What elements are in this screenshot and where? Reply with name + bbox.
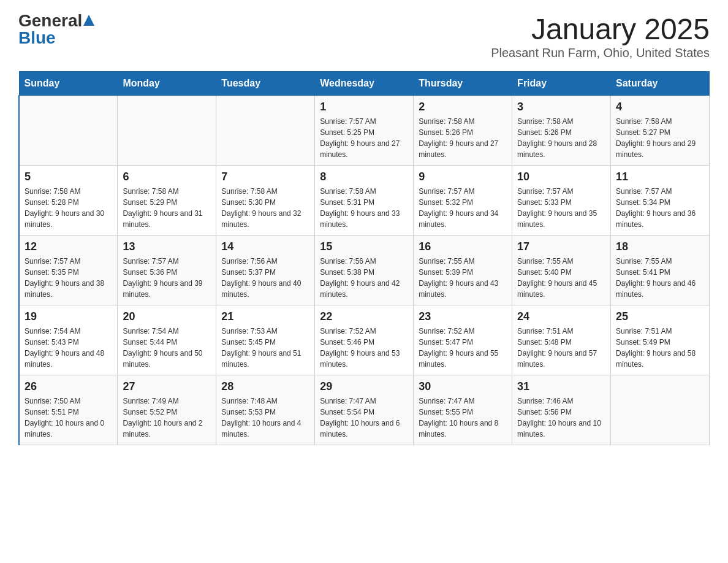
day-number: 21 (221, 310, 309, 323)
calendar-day-cell: 6Sunrise: 7:58 AMSunset: 5:29 PMDaylight… (118, 166, 216, 236)
calendar-day-cell: 8Sunrise: 7:58 AMSunset: 5:31 PMDaylight… (315, 166, 414, 236)
calendar-day-cell: 27Sunrise: 7:49 AMSunset: 5:52 PMDayligh… (118, 375, 216, 445)
calendar-body: 1Sunrise: 7:57 AMSunset: 5:25 PMDaylight… (19, 96, 710, 445)
logo: General Blue (18, 12, 94, 47)
day-number: 17 (517, 240, 605, 253)
day-info: Sunrise: 7:55 AMSunset: 5:41 PMDaylight:… (616, 256, 704, 300)
day-info: Sunrise: 7:50 AMSunset: 5:51 PMDaylight:… (25, 396, 112, 440)
calendar-day-cell (611, 375, 710, 445)
day-info: Sunrise: 7:58 AMSunset: 5:31 PMDaylight:… (320, 186, 408, 230)
calendar-day-cell: 29Sunrise: 7:47 AMSunset: 5:54 PMDayligh… (315, 375, 414, 445)
day-info: Sunrise: 7:52 AMSunset: 5:46 PMDaylight:… (320, 326, 408, 370)
day-of-week-header: Saturday (611, 72, 710, 96)
day-info: Sunrise: 7:57 AMSunset: 5:34 PMDaylight:… (616, 186, 704, 230)
logo-blue-text: Blue (18, 28, 56, 47)
day-number: 14 (221, 240, 309, 253)
day-info: Sunrise: 7:57 AMSunset: 5:35 PMDaylight:… (25, 256, 112, 300)
calendar-day-cell: 7Sunrise: 7:58 AMSunset: 5:30 PMDaylight… (216, 166, 315, 236)
location-title: Pleasant Run Farm, Ohio, United States (491, 46, 710, 60)
day-number: 30 (419, 380, 507, 393)
day-number: 20 (123, 310, 211, 323)
day-number: 11 (616, 170, 704, 183)
day-info: Sunrise: 7:58 AMSunset: 5:27 PMDaylight:… (616, 116, 704, 160)
day-info: Sunrise: 7:54 AMSunset: 5:44 PMDaylight:… (123, 326, 211, 370)
calendar-day-cell: 16Sunrise: 7:55 AMSunset: 5:39 PMDayligh… (414, 236, 512, 305)
calendar-day-cell: 23Sunrise: 7:52 AMSunset: 5:47 PMDayligh… (414, 305, 512, 375)
calendar-day-cell (118, 96, 216, 166)
day-info: Sunrise: 7:46 AMSunset: 5:56 PMDaylight:… (517, 396, 605, 440)
day-of-week-header: Friday (512, 72, 611, 96)
page-header: General Blue January 2025 Pleasant Run F… (18, 12, 710, 60)
day-info: Sunrise: 7:55 AMSunset: 5:40 PMDaylight:… (517, 256, 605, 300)
day-of-week-header: Thursday (414, 72, 512, 96)
calendar-day-cell: 14Sunrise: 7:56 AMSunset: 5:37 PMDayligh… (216, 236, 315, 305)
day-info: Sunrise: 7:57 AMSunset: 5:32 PMDaylight:… (419, 186, 507, 230)
logo-general-text: General (18, 12, 82, 29)
day-info: Sunrise: 7:58 AMSunset: 5:26 PMDaylight:… (419, 116, 507, 160)
day-number: 18 (616, 240, 704, 253)
calendar-day-cell: 5Sunrise: 7:58 AMSunset: 5:28 PMDaylight… (19, 166, 118, 236)
calendar-day-cell: 31Sunrise: 7:46 AMSunset: 5:56 PMDayligh… (512, 375, 611, 445)
day-of-week-header: Wednesday (315, 72, 414, 96)
day-number: 26 (25, 380, 112, 393)
day-info: Sunrise: 7:58 AMSunset: 5:28 PMDaylight:… (25, 186, 112, 230)
calendar-day-cell: 2Sunrise: 7:58 AMSunset: 5:26 PMDaylight… (414, 96, 512, 166)
day-info: Sunrise: 7:56 AMSunset: 5:37 PMDaylight:… (221, 256, 309, 300)
calendar-day-cell: 4Sunrise: 7:58 AMSunset: 5:27 PMDaylight… (611, 96, 710, 166)
calendar-day-cell: 9Sunrise: 7:57 AMSunset: 5:32 PMDaylight… (414, 166, 512, 236)
day-number: 15 (320, 240, 408, 253)
day-info: Sunrise: 7:47 AMSunset: 5:54 PMDaylight:… (320, 396, 408, 440)
day-info: Sunrise: 7:47 AMSunset: 5:55 PMDaylight:… (419, 396, 507, 440)
logo-triangle-icon (83, 15, 94, 26)
day-number: 16 (419, 240, 507, 253)
day-number: 3 (517, 101, 605, 113)
calendar-day-cell: 3Sunrise: 7:58 AMSunset: 5:26 PMDaylight… (512, 96, 611, 166)
day-info: Sunrise: 7:58 AMSunset: 5:30 PMDaylight:… (221, 186, 309, 230)
calendar-day-cell: 26Sunrise: 7:50 AMSunset: 5:51 PMDayligh… (19, 375, 118, 445)
calendar-week-row: 12Sunrise: 7:57 AMSunset: 5:35 PMDayligh… (19, 236, 710, 305)
day-number: 13 (123, 240, 211, 253)
calendar-day-cell: 18Sunrise: 7:55 AMSunset: 5:41 PMDayligh… (611, 236, 710, 305)
calendar-day-cell (216, 96, 315, 166)
calendar-week-row: 5Sunrise: 7:58 AMSunset: 5:28 PMDaylight… (19, 166, 710, 236)
day-number: 22 (320, 310, 408, 323)
calendar-day-cell: 19Sunrise: 7:54 AMSunset: 5:43 PMDayligh… (19, 305, 118, 375)
day-info: Sunrise: 7:58 AMSunset: 5:26 PMDaylight:… (517, 116, 605, 160)
day-info: Sunrise: 7:51 AMSunset: 5:48 PMDaylight:… (517, 326, 605, 370)
calendar-header: SundayMondayTuesdayWednesdayThursdayFrid… (19, 72, 710, 96)
calendar-day-cell (19, 96, 118, 166)
calendar-day-cell: 22Sunrise: 7:52 AMSunset: 5:46 PMDayligh… (315, 305, 414, 375)
day-number: 5 (25, 170, 112, 183)
calendar-week-row: 26Sunrise: 7:50 AMSunset: 5:51 PMDayligh… (19, 375, 710, 445)
day-info: Sunrise: 7:55 AMSunset: 5:39 PMDaylight:… (419, 256, 507, 300)
calendar-day-cell: 21Sunrise: 7:53 AMSunset: 5:45 PMDayligh… (216, 305, 315, 375)
day-number: 8 (320, 170, 408, 183)
day-number: 10 (517, 170, 605, 183)
day-number: 25 (616, 310, 704, 323)
days-of-week-row: SundayMondayTuesdayWednesdayThursdayFrid… (19, 72, 710, 96)
day-info: Sunrise: 7:49 AMSunset: 5:52 PMDaylight:… (123, 396, 211, 440)
day-info: Sunrise: 7:48 AMSunset: 5:53 PMDaylight:… (221, 396, 309, 440)
day-number: 2 (419, 101, 507, 113)
calendar-day-cell: 11Sunrise: 7:57 AMSunset: 5:34 PMDayligh… (611, 166, 710, 236)
day-info: Sunrise: 7:53 AMSunset: 5:45 PMDaylight:… (221, 326, 309, 370)
calendar-day-cell: 1Sunrise: 7:57 AMSunset: 5:25 PMDaylight… (315, 96, 414, 166)
calendar-day-cell: 17Sunrise: 7:55 AMSunset: 5:40 PMDayligh… (512, 236, 611, 305)
calendar-day-cell: 30Sunrise: 7:47 AMSunset: 5:55 PMDayligh… (414, 375, 512, 445)
day-number: 27 (123, 380, 211, 393)
day-number: 24 (517, 310, 605, 323)
day-info: Sunrise: 7:51 AMSunset: 5:49 PMDaylight:… (616, 326, 704, 370)
month-title: January 2025 (491, 12, 710, 46)
calendar-day-cell: 12Sunrise: 7:57 AMSunset: 5:35 PMDayligh… (19, 236, 118, 305)
day-number: 6 (123, 170, 211, 183)
calendar-day-cell: 13Sunrise: 7:57 AMSunset: 5:36 PMDayligh… (118, 236, 216, 305)
day-info: Sunrise: 7:54 AMSunset: 5:43 PMDaylight:… (25, 326, 112, 370)
calendar-day-cell: 28Sunrise: 7:48 AMSunset: 5:53 PMDayligh… (216, 375, 315, 445)
day-number: 12 (25, 240, 112, 253)
calendar-day-cell: 20Sunrise: 7:54 AMSunset: 5:44 PMDayligh… (118, 305, 216, 375)
day-of-week-header: Monday (118, 72, 216, 96)
day-number: 31 (517, 380, 605, 393)
calendar-day-cell: 25Sunrise: 7:51 AMSunset: 5:49 PMDayligh… (611, 305, 710, 375)
day-of-week-header: Sunday (19, 72, 118, 96)
day-info: Sunrise: 7:57 AMSunset: 5:33 PMDaylight:… (517, 186, 605, 230)
